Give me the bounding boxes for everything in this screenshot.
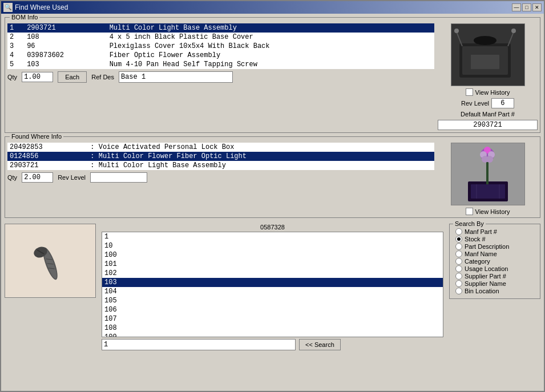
maximize-button[interactable]: □ xyxy=(522,3,531,11)
bom-row[interactable]: 396Plexiglass Cover 10x5x4 With Black Ba… xyxy=(7,42,434,51)
rev-level-input[interactable] xyxy=(491,98,514,108)
list-item[interactable]: 103 xyxy=(102,278,443,287)
rev-level-row: Rev Level xyxy=(461,98,514,108)
window-title: Find Where Used xyxy=(15,3,68,11)
ref-des-input[interactable] xyxy=(119,71,233,83)
radio-label: Category xyxy=(465,258,490,265)
list-item[interactable]: 1 xyxy=(102,232,443,241)
bom-row[interactable]: 4039873602Fiber Optic Flower Assembly xyxy=(7,51,434,60)
bom-product-image xyxy=(451,23,525,86)
found-qty-label: Qty xyxy=(7,174,17,181)
found-rev-level-input[interactable] xyxy=(90,172,147,183)
list-item[interactable]: 102 xyxy=(102,269,443,278)
title-buttons: — □ ✕ xyxy=(512,3,542,11)
search-by-option[interactable]: Part Description xyxy=(455,243,534,250)
found-view-history-checkbox[interactable] xyxy=(466,208,473,215)
list-item[interactable]: 109 xyxy=(102,333,443,337)
list-item[interactable]: 108 xyxy=(102,324,443,333)
svg-point-2 xyxy=(474,36,496,45)
svg-rect-16 xyxy=(471,184,505,199)
radio-button[interactable] xyxy=(455,250,462,257)
bom-qty-row: Qty Each Ref Des xyxy=(7,71,434,83)
list-item[interactable]: 100 xyxy=(102,250,443,260)
ref-des-label: Ref Des xyxy=(91,74,114,80)
radio-button[interactable] xyxy=(455,288,462,294)
radio-label: Manf Name xyxy=(465,250,497,257)
bom-view-history-checkbox[interactable] xyxy=(466,88,473,96)
bom-row[interactable]: 5103Num 4-10 Pan Head Self Tapping Screw xyxy=(7,60,434,69)
each-button[interactable]: Each xyxy=(58,71,87,83)
found-product-image xyxy=(451,143,525,205)
list-item[interactable]: 105 xyxy=(102,296,443,305)
list-item[interactable]: 106 xyxy=(102,305,443,314)
list-item[interactable]: 10 xyxy=(102,241,443,250)
search-by-option[interactable]: Stock # xyxy=(455,236,534,243)
search-by-option[interactable]: Supplier Part # xyxy=(455,273,534,280)
search-button[interactable]: << Search xyxy=(299,339,341,350)
bom-qty-input[interactable] xyxy=(22,72,53,82)
search-by-option[interactable]: Supplier Name xyxy=(455,280,534,287)
list-container: 11010010110210310410510610710810911110 xyxy=(102,232,443,337)
bom-group-label: BOM Info xyxy=(10,14,39,21)
bom-view-history-label: View History xyxy=(475,89,510,96)
bom-row[interactable]: 21084 x 5 inch Black Plastic Base Cover xyxy=(7,33,434,42)
search-input[interactable] xyxy=(102,339,296,350)
found-group-label: Found Where Info xyxy=(10,133,63,140)
radio-label: Stock # xyxy=(465,236,486,243)
found-view-history-row: View History xyxy=(466,208,510,215)
radio-button[interactable] xyxy=(455,228,462,235)
bom-table-area: 12903721Multi Color Light Base Assembly2… xyxy=(7,23,434,83)
svg-line-3 xyxy=(457,32,462,46)
window-icon: 🔍 xyxy=(3,3,13,12)
radio-label: Manf Part # xyxy=(465,228,497,235)
found-qty-input[interactable] xyxy=(22,172,53,183)
search-by-option[interactable]: Category xyxy=(455,258,534,265)
svg-point-6 xyxy=(511,29,516,33)
found-rev-level-label: Rev Level xyxy=(58,174,86,181)
bom-section: 12903721Multi Color Light Base Assembly2… xyxy=(7,23,538,130)
manf-part-value[interactable] xyxy=(438,120,538,130)
radio-button[interactable] xyxy=(455,258,462,265)
radio-button[interactable] xyxy=(455,236,462,243)
title-bar-left: 🔍 Find Where Used xyxy=(3,3,68,12)
radio-button[interactable] xyxy=(455,265,462,272)
list-box[interactable]: 11010010110210310410510610710810911110 xyxy=(102,232,443,337)
minimize-button[interactable]: — xyxy=(512,3,521,11)
found-qty-row: Qty Rev Level xyxy=(7,172,434,183)
radio-button[interactable] xyxy=(455,280,462,287)
list-item[interactable]: 107 xyxy=(102,314,443,324)
radio-button[interactable] xyxy=(455,273,462,280)
radio-button[interactable] xyxy=(455,243,462,250)
search-by-box: Search By Manf Part #Stock #Part Descrip… xyxy=(449,224,540,299)
found-group: Found Where Info 20492853: Voice Activat… xyxy=(5,136,540,218)
found-right: View History xyxy=(438,143,538,215)
title-bar: 🔍 Find Where Used — □ ✕ xyxy=(1,1,544,14)
bom-table: 12903721Multi Color Light Base Assembly2… xyxy=(7,23,434,69)
list-item[interactable]: 104 xyxy=(102,287,443,296)
search-by-option[interactable]: Usage Location xyxy=(455,265,534,272)
bom-group: BOM Info 12903721Multi Color Light Base … xyxy=(5,17,540,133)
screw-svg xyxy=(7,227,93,295)
default-manf-label: Default Manf Part # xyxy=(461,111,515,118)
svg-rect-7 xyxy=(471,55,499,69)
search-row: << Search xyxy=(102,339,443,350)
search-by-option[interactable]: Manf Part # xyxy=(455,228,534,235)
list-item[interactable]: 101 xyxy=(102,260,443,269)
svg-line-4 xyxy=(508,32,514,46)
found-view-history-label: View History xyxy=(475,208,510,215)
main-window: 🔍 Find Where Used — □ ✕ BOM Info 1290372… xyxy=(0,0,545,392)
found-row[interactable]: 2903721: Multi Color Light Base Assembly xyxy=(7,161,434,170)
search-by-option[interactable]: Bin Location xyxy=(455,288,534,294)
bom-right: View History Rev Level Default Manf Part… xyxy=(438,23,538,130)
svg-point-15 xyxy=(486,156,493,163)
found-row[interactable]: 20492853: Voice Activated Personal Lock … xyxy=(7,143,434,152)
radio-label: Bin Location xyxy=(465,288,499,294)
found-row[interactable]: 0124856: Multi Color Flower Fiber Optic … xyxy=(7,152,434,161)
list-area: 0587328 11010010110210310410510610710810… xyxy=(102,224,443,350)
rev-level-label: Rev Level xyxy=(461,100,489,107)
search-by-option[interactable]: Manf Name xyxy=(455,250,534,257)
close-button[interactable]: ✕ xyxy=(532,3,542,11)
bom-view-history-row: View History xyxy=(466,88,510,96)
radio-label: Supplier Name xyxy=(465,280,506,287)
bom-row[interactable]: 12903721Multi Color Light Base Assembly xyxy=(7,23,434,33)
